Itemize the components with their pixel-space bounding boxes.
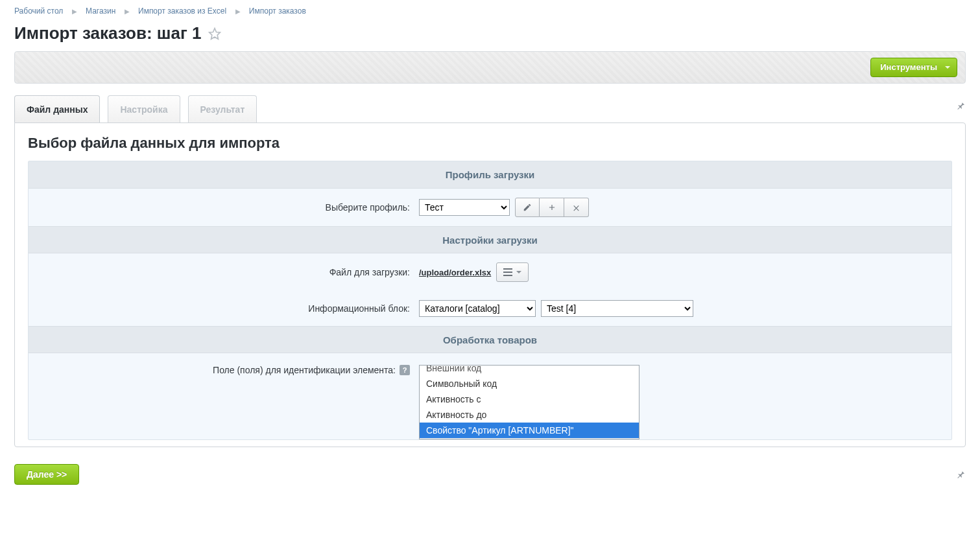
tab-data-file[interactable]: Файл данных (14, 95, 100, 122)
field-label: Информационный блок: (29, 303, 416, 314)
tab-label: Файл данных (27, 104, 88, 115)
tab-settings: Настройка (108, 95, 180, 122)
list-item[interactable]: Свойство "Артикул [ARTNUMBER]" (420, 423, 639, 438)
tab-result: Результат (188, 95, 257, 122)
footer-bar: Далее >> (14, 459, 966, 498)
chevron-right-icon: ▶ (125, 8, 130, 15)
field-row-upload: Файл для загрузки: /upload/order.xlsx (29, 253, 951, 291)
tools-dropdown-button[interactable]: Инструменты (870, 58, 957, 77)
section-head-profile: Профиль загрузки (29, 161, 951, 189)
file-menu-button[interactable] (496, 262, 529, 282)
add-profile-button[interactable] (540, 198, 564, 217)
ident-fields-listbox[interactable]: Внешний код Символьный код Активность с … (419, 365, 639, 439)
toolbar: Инструменты (14, 51, 966, 84)
main-panel: Выбор файла данных для импорта Профиль з… (14, 122, 966, 447)
chevron-down-icon (516, 271, 521, 273)
form-area: Профиль загрузки Выберите профиль: Тест (28, 161, 952, 440)
field-label: Выберите профиль: (29, 202, 416, 213)
field-row-ident: Поле (поля) для идентификации элемента: … (29, 353, 951, 439)
field-row-profile: Выберите профиль: Тест (29, 189, 951, 226)
panel-title: Выбор файла данных для импорта (28, 135, 952, 152)
close-icon (572, 203, 580, 212)
tab-label: Настройка (120, 104, 167, 115)
upload-file-link[interactable]: /upload/order.xlsx (419, 268, 491, 277)
list-item[interactable]: Символьный код (420, 376, 639, 391)
field-label: Файл для загрузки: (29, 267, 416, 277)
list-item[interactable]: Активность с (420, 391, 639, 407)
section-head-settings: Настройки загрузки (29, 226, 951, 253)
tools-button-label: Инструменты (880, 62, 937, 72)
hamburger-icon (503, 268, 512, 276)
svg-marker-0 (209, 28, 220, 39)
chevron-down-icon (945, 66, 950, 69)
list-item[interactable]: Внешний код (420, 366, 639, 376)
list-item[interactable]: Активность до (420, 407, 639, 423)
breadcrumb-item-3[interactable]: Импорт заказов (249, 6, 306, 16)
iblock-type-select[interactable]: Каталоги [catalog] (419, 300, 536, 317)
breadcrumb-item-0[interactable]: Рабочий стол (14, 6, 63, 16)
field-label: Поле (поля) для идентификации элемента: … (29, 365, 416, 375)
breadcrumb: Рабочий стол ▶ Магазин ▶ Импорт заказов … (0, 0, 980, 19)
breadcrumb-item-2[interactable]: Импорт заказов из Excel (138, 6, 226, 16)
plus-icon (547, 203, 556, 212)
profile-select[interactable]: Тест (419, 199, 510, 216)
field-row-iblock: Информационный блок: Каталоги [catalog] … (29, 291, 951, 326)
tabs: Файл данных Настройка Результат (14, 95, 966, 122)
breadcrumb-item-1[interactable]: Магазин (86, 6, 115, 16)
profile-button-group (515, 198, 589, 217)
tab-label: Результат (200, 104, 245, 115)
iblock-select[interactable]: Test [4] (541, 300, 693, 317)
chevron-right-icon: ▶ (72, 8, 77, 15)
pencil-icon (523, 203, 532, 212)
next-button[interactable]: Далее >> (14, 464, 79, 485)
pin-icon[interactable] (955, 100, 966, 111)
chevron-right-icon: ▶ (235, 8, 241, 15)
delete-profile-button[interactable] (564, 198, 589, 217)
help-icon[interactable]: ? (400, 365, 410, 375)
page-title: Импорт заказов: шаг 1 (14, 23, 202, 43)
section-head-processing: Обработка товаров (29, 326, 951, 353)
pin-icon[interactable] (955, 469, 966, 480)
favorite-star-icon[interactable] (208, 27, 221, 40)
edit-profile-button[interactable] (515, 198, 540, 217)
